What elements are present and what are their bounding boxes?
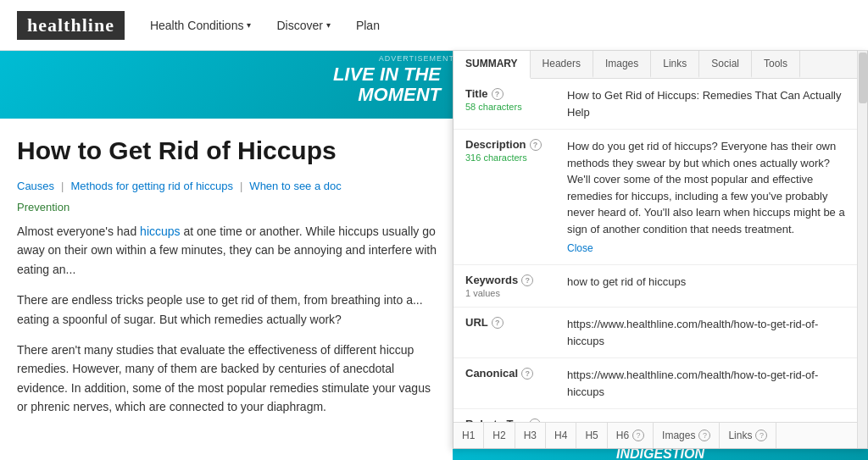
metric-images[interactable]: Images ? — [654, 423, 720, 448]
tab-summary[interactable]: SUMMARY — [453, 51, 531, 79]
scrollbar[interactable] — [857, 51, 867, 448]
article-nav-causes[interactable]: Causes — [17, 180, 54, 192]
description-sublabel: 316 characters — [465, 152, 559, 163]
seo-row-robots: Robots Tag ? NOODP — [453, 409, 867, 422]
h6-info-icon[interactable]: ? — [632, 430, 644, 441]
metric-h4[interactable]: H4 — [546, 423, 576, 448]
article-title: How to Get Rid of Hiccups — [17, 136, 441, 166]
article-para-2: There are endless tricks people use to g… — [17, 291, 441, 329]
keywords-label: Keywords — [465, 274, 518, 286]
nav-item-discover[interactable]: Discover ▾ — [276, 19, 330, 32]
ad-banner: ADVERTISEMENT LIVE IN THE MOMENT — [0, 51, 458, 119]
description-value: How do you get rid of hiccups? Everyone … — [567, 138, 855, 256]
url-value: https://www.healthline.com/health/how-to… — [567, 316, 855, 349]
url-info-icon[interactable]: ? — [492, 317, 504, 329]
ad-label: ADVERTISEMENT — [379, 54, 454, 63]
title-value: How to Get Rid of Hiccups: Remedies That… — [567, 87, 855, 120]
seo-row-canonical: Canonical ? https://www.healthline.com/h… — [453, 358, 867, 409]
article-content: How to Get Rid of Hiccups Causes | Metho… — [0, 119, 458, 437]
seo-row-keywords: Keywords ? 1 values how to get rid of hi… — [453, 265, 867, 308]
hiccups-link[interactable]: hiccups — [140, 224, 180, 238]
article-body: Almost everyone's had hiccups at one tim… — [17, 222, 441, 417]
scrollbar-thumb[interactable] — [859, 53, 867, 103]
title-sublabel: 58 characters — [465, 102, 559, 112]
main-layout: ADVERTISEMENT LIVE IN THE MOMENT How to … — [0, 51, 868, 460]
chevron-down-icon: ▾ — [326, 20, 331, 30]
seo-metrics-row: H1 H2 H3 H4 H5 H6 ? Images ? L — [453, 422, 867, 448]
description-label: Description — [465, 138, 526, 151]
canonical-label: Canonical — [465, 367, 518, 380]
seo-tabs: SUMMARY Headers Images Links Social Tool… — [453, 51, 867, 79]
article-nav-methods[interactable]: Methods for getting rid of hiccups — [70, 180, 233, 192]
metric-h2[interactable]: H2 — [484, 423, 515, 448]
url-label: URL — [465, 316, 488, 329]
nav-item-health-conditions[interactable]: Health Conditions ▾ — [150, 19, 252, 32]
seo-row-description: Description ? 316 characters How do you … — [453, 130, 867, 265]
seo-content: Title ? 58 characters How to Get Rid of … — [453, 79, 867, 422]
tab-links[interactable]: Links — [651, 51, 699, 78]
tab-images[interactable]: Images — [593, 51, 651, 78]
keywords-sublabel: 1 values — [465, 288, 559, 298]
tab-tools[interactable]: Tools — [752, 51, 800, 78]
description-close-link[interactable]: Close — [567, 241, 855, 256]
article-nav-prevention-link[interactable]: Prevention — [17, 201, 70, 213]
article-nav: Causes | Methods for getting rid of hicc… — [17, 180, 441, 192]
seo-panel: SUMMARY Headers Images Links Social Tool… — [453, 51, 868, 449]
title-label: Title — [465, 87, 488, 100]
chevron-down-icon: ▾ — [247, 20, 251, 30]
article-nav-prevention: Prevention — [17, 201, 441, 213]
ad-banner-text: LIVE IN THE MOMENT — [333, 64, 441, 105]
metric-h6[interactable]: H6 ? — [608, 423, 654, 448]
links-info-icon[interactable]: ? — [755, 430, 767, 441]
metric-h5[interactable]: H5 — [576, 423, 607, 448]
seo-row-url: URL ? https://www.healthline.com/health/… — [453, 308, 867, 358]
metric-h3[interactable]: H3 — [515, 423, 546, 448]
canonical-info-icon[interactable]: ? — [521, 368, 533, 380]
keywords-info-icon[interactable]: ? — [521, 274, 533, 286]
article-para-3: There aren't many studies that evaluate … — [17, 341, 441, 417]
article-area: ADVERTISEMENT LIVE IN THE MOMENT How to … — [0, 51, 458, 460]
images-info-icon[interactable]: ? — [698, 430, 710, 441]
tab-social[interactable]: Social — [699, 51, 752, 78]
article-nav-doctor[interactable]: When to see a doc — [249, 180, 341, 192]
metric-h1[interactable]: H1 — [453, 423, 484, 448]
canonical-value: https://www.healthline.com/health/how-to… — [567, 367, 855, 400]
article-para-1: Almost everyone's had hiccups at one tim… — [17, 222, 441, 279]
description-info-icon[interactable]: ? — [530, 139, 542, 151]
logo[interactable]: healthline — [17, 11, 125, 40]
metric-links[interactable]: Links ? — [720, 423, 776, 448]
nav-bar: healthline Health Conditions ▾ Discover … — [0, 0, 868, 51]
seo-row-title: Title ? 58 characters How to Get Rid of … — [453, 79, 867, 130]
keywords-value: how to get rid of hiccups — [567, 274, 855, 291]
nav-item-plan[interactable]: Plan — [356, 19, 380, 32]
tab-headers[interactable]: Headers — [531, 51, 593, 78]
title-info-icon[interactable]: ? — [492, 88, 504, 100]
